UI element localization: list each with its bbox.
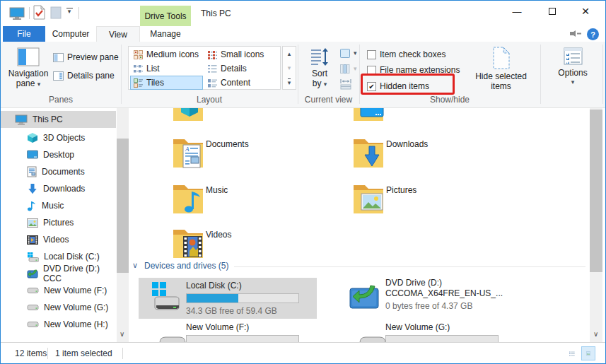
content-view-icon <box>208 78 217 88</box>
tile-new-volume-g-partial[interactable]: New Volume (G:) <box>342 320 520 342</box>
gallery-scroll-up-button[interactable]: ▴ <box>283 47 296 61</box>
qat-separator <box>29 7 30 19</box>
music-icon <box>27 200 37 211</box>
dropdown-arrow-icon: ▾ <box>37 81 41 88</box>
section-collapse-icon[interactable]: ∨ <box>132 261 138 270</box>
help-button[interactable]: ? <box>587 28 599 40</box>
layout-item-label: Tiles <box>146 78 164 88</box>
sidebar-item-downloads[interactable]: Downloads <box>1 180 116 197</box>
sidebar-item-local-disk-c[interactable]: Local Disk (C:) <box>1 248 116 265</box>
sidebar-item-label: New Volume (F:) <box>44 286 107 295</box>
drive-tools-contextual-tab[interactable]: Drive Tools <box>140 6 191 26</box>
details-pane-icon <box>53 71 64 81</box>
layout-item-label: Details <box>221 64 247 74</box>
scroll-down-icon[interactable]: ∨ <box>593 330 598 338</box>
drive-name: Local Disk (C:) <box>186 281 242 290</box>
item-check-boxes-label: Item check boxes <box>380 49 445 59</box>
qat-customize-button[interactable]: ▾ <box>64 8 74 15</box>
sidebar-item-dvd-drive-d[interactable]: DVD Drive (D:) CCC <box>1 265 116 282</box>
sidebar-scrollbar[interactable]: ∨ <box>117 108 129 342</box>
tile-local-disk-c-selected[interactable]: Local Disk (C:) 34.3 GB free of 59.4 GB <box>139 278 317 319</box>
gallery-more-button[interactable]: ▾ <box>283 75 296 89</box>
tile-downloads[interactable] <box>352 135 385 172</box>
close-button[interactable]: × <box>569 1 602 22</box>
layout-item-content[interactable]: Content <box>204 76 277 90</box>
drive-tools-label: Drive Tools <box>144 11 186 21</box>
tile-dvd-drive-d[interactable]: DVD Drive (D:) CCCOMA_X64FRE_EN-US_... 0… <box>342 278 520 319</box>
disk-usage-fill <box>187 294 238 303</box>
layout-item-list[interactable]: List <box>130 61 203 76</box>
sidebar-item-label: New Volume (G:) <box>44 303 108 312</box>
large-icons-view-button[interactable] <box>581 346 595 360</box>
minimize-icon: — <box>513 6 522 17</box>
group-by-icon <box>340 49 350 58</box>
gallery-scroll-down-button[interactable]: ▾ <box>283 61 296 75</box>
ribbon-view-tab-panel: Navigation pane ▾ Preview pane Details p… <box>1 42 605 108</box>
sidebar-item-3d-objects[interactable]: 3D Objects <box>1 129 116 146</box>
tab-manage[interactable]: Manage <box>140 26 191 42</box>
dropdown-arrow-icon: ▾ <box>354 50 357 57</box>
minimize-button[interactable]: — <box>501 1 533 22</box>
layout-item-label: Small icons <box>221 49 264 59</box>
tile-music[interactable] <box>172 181 204 218</box>
add-columns-button[interactable]: ▾ <box>340 61 357 76</box>
layout-item-details[interactable]: Details <box>204 61 277 76</box>
tab-computer[interactable]: Computer <box>45 26 96 42</box>
tile-desktop-partial[interactable] <box>352 108 385 125</box>
details-view-button[interactable] <box>565 346 579 360</box>
item-check-boxes-checkbox[interactable]: Item check boxes <box>367 47 445 61</box>
pin-icon <box>569 29 581 38</box>
tile-videos[interactable] <box>172 225 204 262</box>
tile-pictures[interactable] <box>352 181 385 218</box>
sidebar-item-label: DVD Drive (D:) CCC <box>43 264 116 283</box>
sort-by-label-2: by <box>313 78 322 88</box>
qat-dropdown-icon: ▾ <box>64 8 74 15</box>
sidebar-item-pictures[interactable]: Pictures <box>1 214 116 231</box>
sort-by-button[interactable]: Sort by ▾ <box>303 45 336 93</box>
layout-item-small-icons[interactable]: Small icons <box>204 47 277 61</box>
pin-ribbon-button[interactable] <box>569 29 581 38</box>
main-scrollbar[interactable]: ∨ <box>590 108 602 342</box>
navigation-pane-button[interactable]: Navigation pane ▾ <box>6 45 50 93</box>
layout-group-label: Layout <box>121 95 298 105</box>
items-count: 12 items <box>15 348 47 358</box>
tab-manage-label: Manage <box>150 29 180 39</box>
qat-new-folder-button[interactable] <box>50 6 62 19</box>
tab-view-active[interactable]: View <box>96 26 140 42</box>
section-header-rule <box>234 266 585 267</box>
preview-pane-button[interactable]: Preview pane <box>53 50 119 64</box>
maximize-button[interactable] <box>536 1 569 22</box>
list-view-icon <box>134 64 143 74</box>
sidebar-item-new-volume-g[interactable]: New Volume (G:) <box>1 299 116 316</box>
options-button[interactable]: Options ▾ <box>547 45 598 93</box>
navigation-pane-icon <box>17 47 40 66</box>
selection-count: 1 item selected <box>55 348 112 358</box>
sidebar-item-new-volume-f[interactable]: New Volume (F:) <box>1 282 116 299</box>
qat-properties-button[interactable] <box>33 5 45 20</box>
tile-documents[interactable]: A <box>172 135 204 172</box>
dropdown-arrow-icon: ▾ <box>324 81 327 88</box>
sidebar-item-videos[interactable]: Videos <box>1 231 116 248</box>
sidebar-item-music[interactable]: Music <box>1 197 116 214</box>
sidebar-item-new-volume-h[interactable]: New Volume (H:) <box>1 316 116 333</box>
dvd-drive-icon <box>27 269 38 279</box>
sidebar-item-desktop[interactable]: Desktop <box>1 146 116 163</box>
group-by-button[interactable]: ▾ <box>340 46 357 60</box>
sidebar-scrollbar-thumb[interactable] <box>117 139 129 273</box>
group-separator <box>602 45 603 104</box>
tile-3d-objects-partial[interactable] <box>172 108 204 125</box>
main-scrollbar-thumb[interactable] <box>590 110 602 272</box>
tile-new-volume-f-partial[interactable]: New Volume (F:) <box>139 320 317 342</box>
status-bar: 12 items 1 item selected <box>1 342 605 363</box>
sidebar-item-documents[interactable]: Documents <box>1 163 116 180</box>
sidebar-item-this-pc[interactable]: This PC <box>1 111 116 128</box>
section-header-devices-and-drives[interactable]: Devices and drives (5) <box>144 261 228 271</box>
layout-item-medium-icons[interactable]: Medium icons <box>130 47 203 61</box>
layout-item-tiles-selected[interactable]: Tiles <box>130 76 203 90</box>
status-separator <box>122 348 123 359</box>
hide-selected-items-button[interactable]: Hide selected items <box>467 45 535 93</box>
scroll-down-icon[interactable]: ∨ <box>120 330 124 338</box>
size-columns-button[interactable] <box>340 77 351 91</box>
tab-file[interactable]: File <box>3 26 45 42</box>
details-pane-button[interactable]: Details pane <box>53 69 115 83</box>
